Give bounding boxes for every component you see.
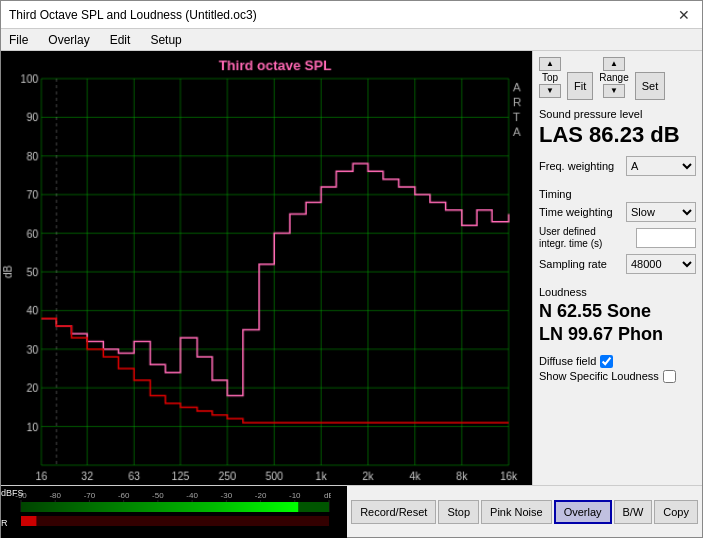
- loudness-section: Loudness N 62.55 Sone LN 99.67 Phon: [539, 286, 696, 347]
- show-specific-label: Show Specific Loudness: [539, 370, 659, 382]
- spl-label: Sound pressure level: [539, 108, 696, 120]
- freq-weighting-select[interactable]: A B C Z: [626, 156, 696, 176]
- bottom-bar: Record/Reset Stop Pink Noise Overlay B/W…: [1, 485, 702, 537]
- top-up-button[interactable]: ▲: [539, 57, 561, 71]
- freq-weighting-section: Freq. weighting A B C Z: [539, 156, 696, 180]
- stop-button[interactable]: Stop: [438, 500, 479, 524]
- sampling-rate-select[interactable]: 44100 48000 96000: [626, 254, 696, 274]
- diffuse-field-label: Diffuse field: [539, 355, 596, 367]
- top-down-button[interactable]: ▼: [539, 84, 561, 98]
- bw-button[interactable]: B/W: [614, 500, 653, 524]
- menu-overlay[interactable]: Overlay: [44, 32, 93, 48]
- fit-button[interactable]: Fit: [567, 72, 593, 100]
- show-specific-row: Show Specific Loudness: [539, 370, 696, 383]
- menu-file[interactable]: File: [5, 32, 32, 48]
- main-window: Third Octave SPL and Loudness (Untitled.…: [0, 0, 703, 538]
- window-title: Third Octave SPL and Loudness (Untitled.…: [9, 8, 257, 22]
- action-buttons: Record/Reset Stop Pink Noise Overlay B/W…: [347, 496, 702, 528]
- close-button[interactable]: ✕: [674, 7, 694, 23]
- diffuse-field-checkbox[interactable]: [600, 355, 613, 368]
- range-down-button[interactable]: ▼: [603, 84, 625, 98]
- level-meter: [1, 486, 347, 538]
- spl-section: Sound pressure level LAS 86.23 dB: [539, 108, 696, 148]
- pink-noise-button[interactable]: Pink Noise: [481, 500, 552, 524]
- timing-label: Timing: [539, 188, 696, 200]
- set-button[interactable]: Set: [635, 72, 666, 100]
- chart-canvas: [1, 51, 532, 485]
- chart-area: Cursor: 20.0 Hz, 38.27 dB: [1, 51, 532, 485]
- user-defined-input[interactable]: 10: [636, 228, 696, 248]
- copy-button[interactable]: Copy: [654, 500, 698, 524]
- spl-value: LAS 86.23 dB: [539, 122, 696, 148]
- menu-setup[interactable]: Setup: [146, 32, 185, 48]
- range-up-button[interactable]: ▲: [603, 57, 625, 71]
- freq-weighting-label: Freq. weighting: [539, 160, 614, 172]
- main-area: Cursor: 20.0 Hz, 38.27 dB ▲ Top ▼ Fit ▲ …: [1, 51, 702, 485]
- time-weighting-select[interactable]: Fast Slow Impulse: [626, 202, 696, 222]
- title-bar: Third Octave SPL and Loudness (Untitled.…: [1, 1, 702, 29]
- user-defined-label: User definedintegr. time (s): [539, 226, 602, 250]
- top-label: Top: [542, 72, 558, 83]
- loudness-label: Loudness: [539, 286, 696, 298]
- show-specific-checkbox[interactable]: [663, 370, 676, 383]
- range-label: Range: [599, 72, 628, 83]
- menu-edit[interactable]: Edit: [106, 32, 135, 48]
- diffuse-field-row: Diffuse field: [539, 355, 696, 368]
- options-section: Diffuse field Show Specific Loudness: [539, 355, 696, 385]
- time-weighting-label: Time weighting: [539, 206, 613, 218]
- right-panel: ▲ Top ▼ Fit ▲ Range ▼ Set: [532, 51, 702, 485]
- timing-section: Timing Time weighting Fast Slow Impulse …: [539, 188, 696, 278]
- menu-bar: File Overlay Edit Setup: [1, 29, 702, 51]
- record-reset-button[interactable]: Record/Reset: [351, 500, 436, 524]
- loudness-value: N 62.55 Sone LN 99.67 Phon: [539, 300, 696, 347]
- sampling-rate-label: Sampling rate: [539, 258, 607, 270]
- meter-canvas: [1, 486, 331, 538]
- overlay-button[interactable]: Overlay: [554, 500, 612, 524]
